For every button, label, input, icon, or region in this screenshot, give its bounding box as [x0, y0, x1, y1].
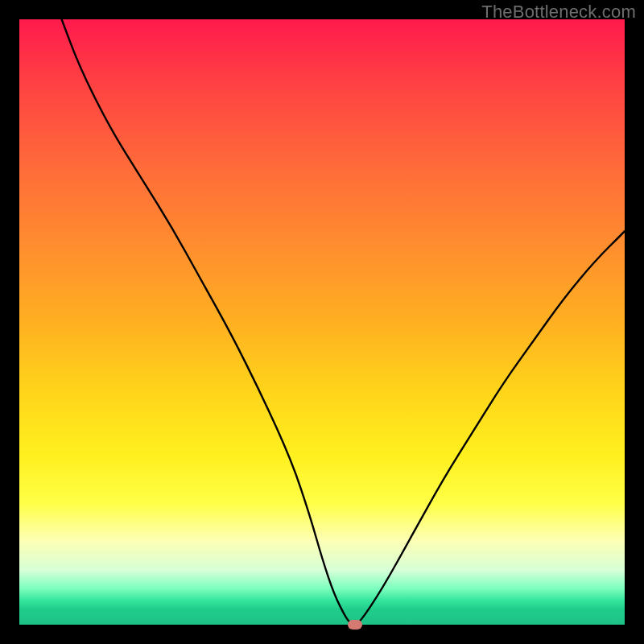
chart-container: TheBottleneck.com	[0, 0, 644, 644]
plot-area	[19, 19, 625, 625]
